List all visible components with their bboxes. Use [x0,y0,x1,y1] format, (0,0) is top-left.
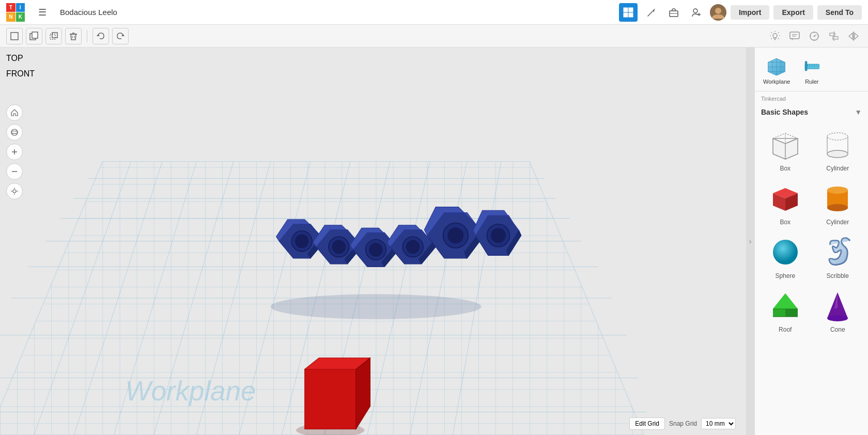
comment-button[interactable] [786,28,803,44]
shapes-grid: Box Cylinder [755,120,868,339]
workplane-tool[interactable]: Workplane [763,54,790,85]
fit-view-button[interactable] [6,183,23,199]
top-right-actions: Import Export Send To [619,3,862,22]
user-add-button[interactable] [687,3,706,22]
menu-icon[interactable]: ☰ [33,3,52,22]
toolbar-separator-1 [87,30,87,42]
roof-green-icon [767,288,803,324]
user-avatar[interactable] [710,4,726,21]
grid-view-icon [623,7,633,18]
mirror-button[interactable] [845,28,862,44]
shape-roof-green[interactable]: Roof [761,286,810,335]
svg-rect-0 [624,8,628,12]
viewport-area[interactable]: TOP FRONT [0,48,746,435]
shape-sphere-teal[interactable]: Sphere [761,232,810,282]
svg-point-126 [827,150,848,158]
svg-rect-13 [32,32,38,38]
svg-point-86 [369,243,382,256]
shape-scribble[interactable]: Scribble [814,232,862,282]
svg-marker-37 [855,33,858,39]
pickaxe-icon [646,7,656,18]
sendto-button[interactable]: Send To [817,5,862,20]
svg-point-31 [814,35,815,37]
view-top[interactable]: TOP [6,54,37,69]
roof-green-label: Roof [779,326,792,333]
svg-rect-11 [11,33,18,40]
view-front[interactable]: FRONT [6,69,37,84]
cylinder-wireframe-label: Cylinder [826,165,849,172]
zoom-in-button[interactable] [6,144,23,160]
workplane-label: Workplane [763,79,790,85]
logo-n: N [6,12,16,22]
svg-point-38 [11,129,18,135]
delete-button[interactable] [65,28,82,44]
logo-i: I [16,3,25,12]
shape-cylinder-orange[interactable]: Cylinder [814,178,862,228]
briefcase-icon [669,7,679,18]
duplicate-icon [49,32,58,41]
svg-rect-103 [305,369,356,429]
light-button[interactable] [767,28,783,44]
box-red-icon [767,180,803,216]
shape-cone-purple[interactable]: Cone [814,286,862,335]
svg-point-39 [11,131,18,134]
snap-grid-select[interactable]: 10 mm [701,418,736,429]
measure-icon [809,30,820,42]
new-icon [10,32,19,41]
mirror-icon [848,30,859,42]
shape-box-wireframe[interactable]: Box [761,125,810,174]
svg-rect-2 [624,13,628,17]
toolbar [0,25,868,48]
shapes-category-name: Basic Shapes [761,108,808,116]
duplicate-button[interactable] [45,28,62,44]
redo-icon [116,32,125,41]
pickaxe-button[interactable] [642,3,660,22]
redo-button[interactable] [112,28,129,44]
align-icon [828,30,840,42]
undo-icon [96,32,105,41]
svg-text:Workplane: Workplane [126,376,256,406]
canvas-3d[interactable]: Workplane [0,48,746,435]
svg-point-76 [295,235,308,248]
grid-view-button[interactable] [619,3,638,22]
svg-point-101 [491,228,506,243]
measure-button[interactable] [806,28,823,44]
shapes-provider: Tinkercad [755,91,868,106]
project-name: Bodacious Leelo [60,8,615,17]
bottom-controls: Edit Grid Snap Grid 10 mm [629,417,736,430]
orbit-button[interactable] [6,124,23,141]
svg-rect-14 [50,34,55,39]
svg-point-91 [406,240,420,254]
align-button[interactable] [826,28,842,44]
briefcase-button[interactable] [664,3,683,22]
home-view-button[interactable] [6,104,23,121]
scribble-label: Scribble [827,272,849,279]
svg-point-21 [773,34,777,38]
view-cube[interactable]: TOP FRONT [6,54,48,95]
svg-point-10 [715,8,721,14]
svg-point-43 [13,190,16,193]
ruler-tool[interactable]: Ruler [800,54,823,85]
export-button[interactable]: Export [773,5,813,20]
toolbar-right [767,28,862,44]
cone-purple-icon [819,288,856,324]
collapse-handle[interactable]: › [746,48,754,435]
svg-rect-15 [52,33,57,38]
svg-point-81 [332,240,346,254]
logo-k: K [16,12,25,22]
zoom-out-button[interactable] [6,163,23,180]
zoom-out-icon [10,167,19,176]
copy-button[interactable] [26,28,42,44]
shape-cylinder-wireframe[interactable]: Cylinder [814,125,862,174]
edit-grid-button[interactable]: Edit Grid [629,417,665,430]
import-button[interactable]: Import [731,5,770,20]
tinkercad-logo[interactable]: T I N K [6,3,25,22]
undo-button[interactable] [92,28,109,44]
shape-box-red[interactable]: Box [761,178,810,228]
shapes-dropdown-arrow[interactable]: ▼ [855,108,862,116]
zoom-in-icon [10,148,19,156]
panel-tools: Workplane Ruler [755,48,868,91]
svg-point-135 [773,240,798,265]
new-button[interactable] [6,28,23,44]
box-red-label: Box [780,219,791,226]
